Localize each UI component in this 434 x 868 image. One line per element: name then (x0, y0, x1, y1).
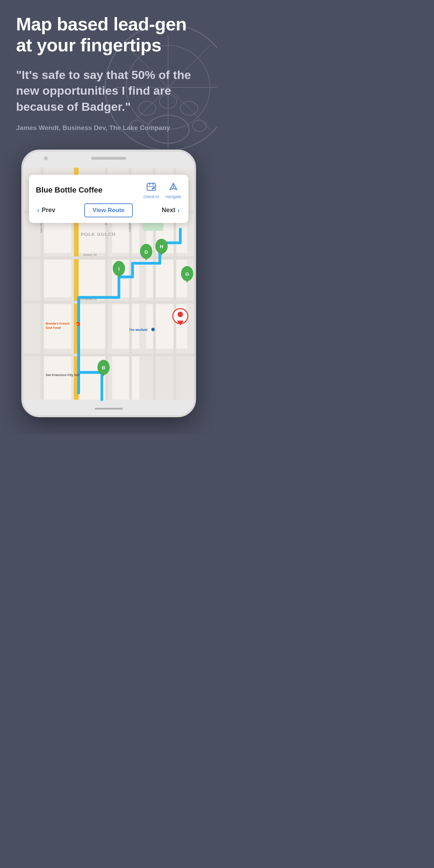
svg-text:The Warfield: The Warfield (129, 328, 147, 332)
check-in-action[interactable]: check-in (143, 181, 159, 199)
svg-text:P: P (76, 323, 78, 326)
prev-button[interactable]: ‹ Prev (36, 204, 57, 216)
phone-top-bar (23, 152, 194, 165)
svg-text:D: D (144, 249, 148, 255)
svg-rect-31 (23, 256, 194, 259)
popup-nav-row: ‹ Prev View Route Next › (36, 203, 181, 217)
business-name: Blue Bottle Coffee (36, 186, 103, 195)
svg-rect-23 (78, 304, 105, 348)
business-popup-card: Blue Bottle Coffee (29, 175, 188, 223)
testimonial-quote: "It's safe to say that 50% of the new op… (16, 67, 201, 115)
svg-rect-24 (112, 304, 139, 348)
svg-rect-19 (78, 260, 105, 297)
phone-speaker (91, 157, 126, 160)
navigate-action[interactable]: navigate (165, 181, 181, 199)
page-headline: Map based lead-gen at your fingertips (16, 14, 201, 56)
next-chevron-icon: › (178, 206, 180, 214)
check-in-icon (145, 181, 157, 193)
svg-rect-32 (23, 301, 194, 304)
svg-rect-28 (112, 355, 139, 400)
svg-rect-80 (152, 187, 155, 189)
home-indicator (95, 408, 123, 410)
svg-point-54 (151, 328, 155, 331)
svg-text:B: B (102, 365, 105, 370)
svg-text:Soul Food: Soul Food (45, 326, 60, 330)
svg-rect-21 (146, 260, 187, 297)
svg-text:POLK GULCH: POLK GULCH (80, 232, 115, 237)
prev-chevron-icon: ‹ (37, 206, 40, 214)
svg-text:G: G (185, 271, 189, 276)
svg-text:H: H (160, 244, 163, 249)
svg-rect-26 (44, 355, 71, 400)
svg-text:San Francisco City Hall: San Francisco City Hall (45, 373, 79, 376)
check-in-label: check-in (143, 194, 159, 199)
phone-bottom-bar (23, 403, 194, 415)
svg-rect-18 (44, 260, 71, 297)
navigate-icon (167, 181, 179, 193)
svg-text:Brenda's French: Brenda's French (45, 322, 70, 325)
phone-camera (44, 156, 48, 160)
next-button[interactable]: Next › (160, 204, 181, 216)
svg-point-73 (178, 312, 183, 317)
navigate-label: navigate (165, 194, 181, 199)
next-label: Next (162, 207, 175, 214)
svg-rect-33 (23, 354, 194, 356)
popup-actions: check-in navigate (143, 181, 181, 199)
svg-rect-76 (147, 183, 155, 190)
svg-text:I: I (118, 266, 120, 272)
svg-text:Geary St: Geary St (83, 253, 96, 256)
phone-mockup: Bush St Geary St O'Farrell St Van Ness A… (21, 150, 196, 417)
phone-screen: Bush St Geary St O'Farrell St Van Ness A… (23, 165, 194, 403)
view-route-button[interactable]: View Route (84, 203, 133, 217)
testimonial-attribution: James Wendt, Business Dev, The Lake Comp… (16, 123, 201, 133)
popup-header: Blue Bottle Coffee (36, 181, 181, 199)
prev-label: Prev (42, 207, 55, 214)
svg-line-81 (152, 189, 153, 190)
svg-text:O'Farrell St: O'Farrell St (80, 297, 97, 301)
